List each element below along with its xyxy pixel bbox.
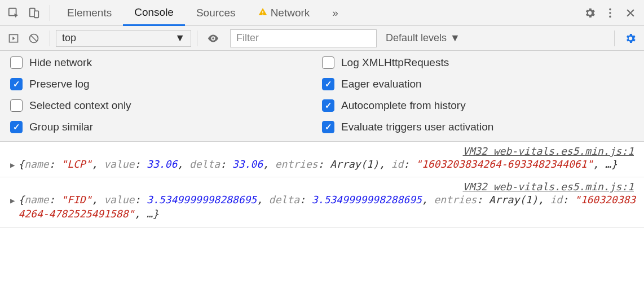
tab-label: Elements [67, 7, 112, 19]
log-entry: VM32 web-vitals.es5.min.js:1 ▶ {name: "L… [0, 142, 644, 177]
checkbox-label: Preserve log [29, 78, 90, 90]
svg-point-10 [212, 37, 214, 40]
tab-strip: Elements Console Sources Network » [56, 0, 350, 26]
console-toolbar: top ▼ Default levels ▼ [0, 26, 644, 51]
checkbox-evaluate-triggers[interactable]: Evaluate triggers user activation [322, 121, 634, 133]
checkbox-autocomplete-history[interactable]: Autocomplete from history [322, 99, 634, 112]
checkbox-icon [322, 99, 334, 112]
checkbox-selected-context[interactable]: Selected context only [10, 99, 322, 112]
log-object[interactable]: {name: "LCP", value: 33.06, delta: 33.06… [18, 157, 617, 171]
expand-arrow-icon[interactable]: ▶ [10, 196, 15, 205]
log-source-link[interactable]: VM32 web-vitals.es5.min.js:1 [10, 144, 639, 157]
clear-console-icon[interactable] [25, 30, 42, 47]
checkbox-preserve-log[interactable]: Preserve log [10, 78, 322, 90]
more-tabs-button[interactable]: » [321, 0, 350, 26]
divider [50, 5, 50, 21]
checkbox-label: Autocomplete from history [341, 99, 466, 112]
tab-network[interactable]: Network [247, 0, 321, 26]
checkbox-icon [10, 56, 23, 69]
svg-point-6 [609, 12, 611, 14]
tab-label: Sources [196, 7, 236, 19]
checkbox-icon [10, 121, 23, 133]
svg-rect-3 [262, 11, 263, 13]
checkbox-group-similar[interactable]: Group similar [10, 121, 322, 133]
console-settings-panel: Hide network Log XMLHttpRequests Preserv… [0, 51, 644, 142]
checkbox-eager-evaluation[interactable]: Eager evaluation [322, 78, 634, 90]
inspect-element-icon[interactable] [5, 5, 22, 21]
kebab-menu-icon[interactable] [602, 5, 619, 21]
checkbox-icon [10, 78, 23, 90]
checkbox-label: Group similar [29, 121, 93, 133]
tab-label: Console [134, 6, 174, 19]
device-toggle-icon[interactable] [25, 5, 42, 21]
log-object[interactable]: {name: "FID", value: 3.5349999998288695,… [18, 193, 639, 221]
svg-point-7 [609, 15, 611, 18]
chevron-down-icon: ▼ [175, 32, 185, 44]
tab-label: Network [271, 7, 310, 19]
toggle-sidebar-icon[interactable] [5, 30, 22, 47]
checkbox-label: Log XMLHttpRequests [341, 56, 449, 69]
log-entry: VM32 web-vitals.es5.min.js:1 ▶ {name: "F… [0, 177, 644, 227]
log-source-link[interactable]: VM32 web-vitals.es5.min.js:1 [10, 180, 639, 193]
more-label: » [332, 7, 338, 19]
console-output: VM32 web-vitals.es5.min.js:1 ▶ {name: "L… [0, 142, 644, 228]
levels-label: Default levels [386, 32, 447, 44]
filter-input[interactable] [230, 29, 377, 47]
checkbox-label: Eager evaluation [341, 78, 422, 90]
checkbox-icon [322, 78, 334, 90]
checkbox-label: Selected context only [29, 99, 131, 112]
log-levels-selector[interactable]: Default levels ▼ [386, 32, 460, 44]
divider [614, 30, 615, 46]
checkbox-icon [10, 99, 23, 112]
tab-sources[interactable]: Sources [185, 0, 247, 26]
divider [50, 30, 50, 46]
svg-point-5 [609, 8, 611, 10]
tab-console[interactable]: Console [123, 0, 185, 26]
close-icon[interactable] [622, 5, 639, 21]
devtools-main-toolbar: Elements Console Sources Network » [0, 0, 644, 26]
divider [197, 30, 197, 46]
checkbox-icon [322, 121, 334, 133]
checkbox-label: Hide network [29, 56, 92, 69]
tab-elements[interactable]: Elements [56, 0, 123, 26]
warning-icon [258, 7, 267, 19]
svg-rect-2 [34, 11, 38, 18]
checkbox-label: Evaluate triggers user activation [341, 121, 493, 133]
expand-arrow-icon[interactable]: ▶ [10, 160, 15, 169]
live-expression-icon[interactable] [205, 30, 222, 47]
context-selector[interactable]: top ▼ [56, 30, 191, 47]
checkbox-icon [322, 56, 334, 69]
settings-gear-icon[interactable] [581, 5, 598, 21]
context-value: top [62, 32, 76, 44]
console-settings-gear-icon[interactable] [622, 30, 639, 47]
checkbox-hide-network[interactable]: Hide network [10, 56, 322, 69]
chevron-down-icon: ▼ [450, 32, 460, 44]
svg-rect-4 [262, 14, 263, 14]
checkbox-log-xhr[interactable]: Log XMLHttpRequests [322, 56, 634, 69]
